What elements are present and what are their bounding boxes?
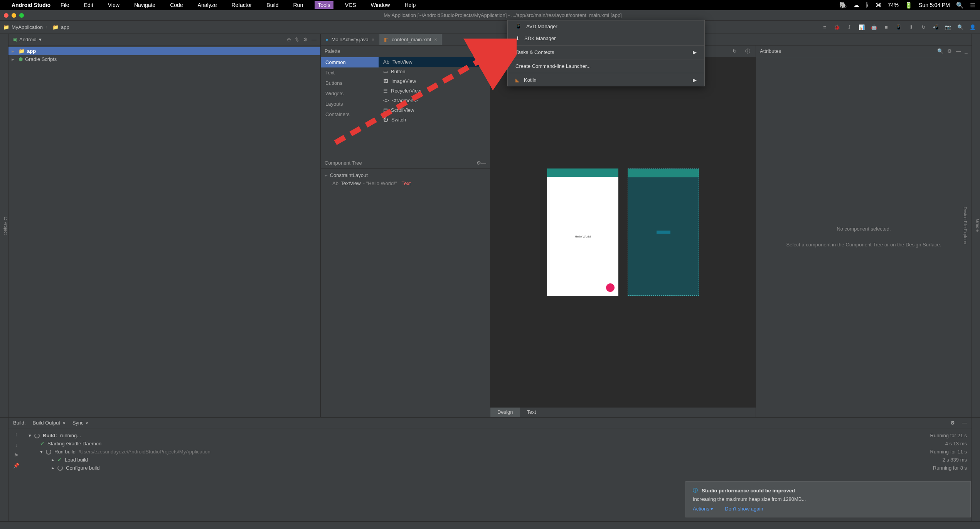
menu-cmdline-launcher[interactable]: Create Command-line Launcher... [508, 60, 704, 72]
minimize-icon[interactable]: — [962, 420, 967, 426]
notification-dismiss-link[interactable]: Don't show again [725, 506, 763, 512]
bluetooth-icon[interactable]: ᛒ [865, 2, 869, 8]
gear-icon[interactable]: ⚙ [477, 160, 481, 166]
bug-icon[interactable]: 🐞 [833, 23, 841, 32]
capture-icon[interactable]: 📷 [944, 23, 952, 32]
sdk-icon[interactable]: ⬇ [907, 23, 915, 32]
expand-icon[interactable]: ⇅ [295, 37, 299, 42]
minimize-window-button[interactable] [12, 13, 16, 18]
menu-refactor[interactable]: Refactor [228, 1, 255, 9]
minimize-icon[interactable]: — [481, 48, 486, 54]
breadcrumb-root[interactable]: MyApplication [12, 24, 43, 30]
menu-tools[interactable]: Tools [315, 1, 333, 9]
close-icon[interactable]: × [434, 37, 437, 42]
up-icon[interactable]: ↑ [15, 431, 18, 437]
build-tab-output[interactable]: Build Output × [33, 420, 66, 426]
menu-help[interactable]: Help [401, 1, 419, 9]
hide-icon[interactable]: ⎯ [965, 48, 968, 54]
palette-item-fragment[interactable]: <><fragment> [379, 96, 490, 105]
gear-icon[interactable]: ⚙ [303, 37, 308, 42]
editor-tab-mainactivity[interactable]: ● MainActivity.java × [321, 34, 379, 45]
palette-cat-containers[interactable]: Containers [321, 109, 379, 120]
indent-icon[interactable]: ≡ [820, 23, 829, 32]
stop-icon[interactable]: ■ [882, 23, 891, 32]
breadcrumb-leaf[interactable]: app [61, 24, 69, 30]
build-row[interactable]: ▾ Run build /Users/ezesundayeze/AndroidS… [29, 448, 967, 456]
menu-icon[interactable]: ☰ [970, 2, 975, 9]
battery-icon[interactable]: 🔋 [905, 2, 913, 9]
gear-icon[interactable]: ⚙ [477, 48, 481, 54]
build-row[interactable]: ✔ Starting Gradle Daemon 4 s 13 ms [29, 440, 967, 448]
menu-edit[interactable]: Edit [81, 1, 96, 9]
palette-cat-common[interactable]: Common [321, 57, 379, 67]
menu-tasks-contexts[interactable]: Tasks & Contexts ▶ [508, 46, 704, 58]
close-icon[interactable]: × [62, 420, 66, 426]
refresh-icon[interactable]: ↻ [730, 47, 739, 56]
user-icon[interactable]: 👤 [968, 23, 977, 32]
ct-node-constraintlayout[interactable]: ⌐ ConstraintLayout [325, 171, 486, 179]
down-icon[interactable]: ↓ [15, 442, 18, 448]
device-icon[interactable]: 📲 [931, 23, 940, 32]
rail-project[interactable]: 1: Project [3, 217, 8, 234]
rail-device-file-explorer[interactable]: Device File Explorer [963, 207, 968, 244]
chevron-down-icon[interactable]: ▾ [39, 37, 42, 42]
info-icon[interactable]: ⓘ [743, 47, 752, 56]
blueprint-preview[interactable] [628, 168, 699, 296]
menu-build[interactable]: Build [263, 1, 281, 9]
select-icon[interactable]: ⬚ [494, 47, 503, 56]
gear-icon[interactable]: ⚙ [947, 48, 952, 54]
pin-icon[interactable]: 📌 [13, 463, 19, 468]
menu-run[interactable]: Run [290, 1, 306, 9]
network-icon[interactable]: ⌘ [876, 2, 882, 9]
clock[interactable]: Sun 5:04 PM [919, 2, 950, 8]
arrow-icon[interactable]: ⤴ [845, 23, 854, 32]
spotlight-icon[interactable]: 🔍 [956, 2, 964, 9]
palette-item-switch[interactable]: ⏻Switch [379, 115, 490, 125]
build-tab-sync[interactable]: Sync × [72, 420, 89, 426]
tab-design[interactable]: Design [490, 408, 520, 417]
palette-item-textview[interactable]: AbTextView [379, 57, 490, 67]
menu-kotlin[interactable]: ◣ Kotlin ▶ [508, 74, 704, 86]
rail-gradle[interactable]: Gradle [975, 219, 980, 232]
notification-actions-link[interactable]: Actions ▾ [693, 506, 713, 512]
avd-icon[interactable]: 📱 [894, 23, 903, 32]
palette-cat-text[interactable]: Text [321, 67, 379, 78]
close-icon[interactable]: × [372, 37, 375, 42]
build-row[interactable]: ▸ Configure build Running for 8 s [29, 464, 967, 472]
menu-avd-manager[interactable]: 📱 AVD Manager [508, 20, 704, 32]
minimize-icon[interactable]: — [956, 48, 961, 54]
close-window-button[interactable] [4, 13, 8, 18]
target-icon[interactable]: ⊕ [287, 37, 291, 42]
menu-vcs[interactable]: VCS [342, 1, 359, 9]
tree-node-app[interactable]: ▸ 📁 app [8, 47, 320, 55]
cloud-icon[interactable]: ☁ [853, 2, 859, 9]
device-preview[interactable]: Hello World [547, 168, 618, 296]
project-view-label[interactable]: Android [19, 37, 37, 42]
design-canvas[interactable]: Hello World [490, 57, 756, 407]
profiler-icon[interactable]: 📊 [857, 23, 866, 32]
sync-icon[interactable]: ↻ [919, 23, 928, 32]
menu-file[interactable]: File [57, 1, 72, 9]
close-icon[interactable]: × [86, 420, 89, 426]
android-icon[interactable]: 🤖 [870, 23, 878, 32]
editor-tab-contentmain[interactable]: ◧ content_main.xml × [379, 34, 442, 45]
menu-sdk-manager[interactable]: ⬇ SDK Manager [508, 32, 704, 44]
maximize-window-button[interactable] [19, 13, 24, 18]
palette-item-recyclerview[interactable]: ☰RecyclerView [379, 86, 490, 96]
ct-node-textview[interactable]: Ab TextView - "Hello World!" Text [325, 179, 486, 187]
palette-item-button[interactable]: ▭Button [379, 67, 490, 76]
tab-text[interactable]: Text [520, 408, 543, 417]
build-row[interactable]: ▾ Build: running... Running for 21 s [29, 431, 967, 440]
search-icon[interactable]: 🔍 [470, 48, 477, 54]
minimize-icon[interactable]: — [312, 37, 317, 42]
minimize-icon[interactable]: — [481, 160, 486, 166]
menu-code[interactable]: Code [167, 1, 186, 9]
gear-icon[interactable]: ⚙ [950, 420, 955, 426]
menu-view[interactable]: View [105, 1, 123, 9]
tree-node-gradle[interactable]: ▸ ⬢ Gradle Scripts [8, 55, 320, 63]
palette-cat-widgets[interactable]: Widgets [321, 88, 379, 99]
evernote-icon[interactable]: 🐘 [839, 2, 847, 9]
menu-navigate[interactable]: Navigate [131, 1, 158, 9]
menu-analyze[interactable]: Analyze [195, 1, 220, 9]
filter-icon[interactable]: ⚑ [14, 452, 19, 458]
